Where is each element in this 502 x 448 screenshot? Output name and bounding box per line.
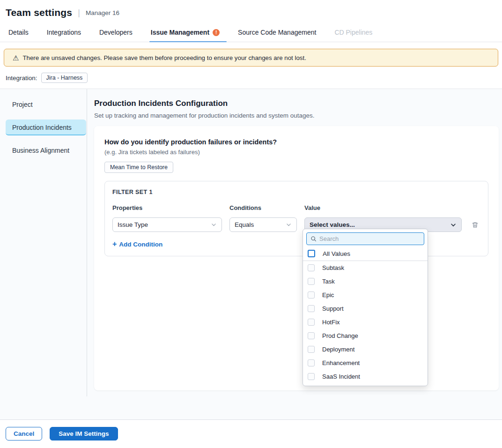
dropdown-option[interactable]: Support bbox=[303, 302, 428, 315]
condition-select[interactable]: Equals bbox=[229, 217, 297, 232]
filter-column-headers: Properties Conditions Value bbox=[112, 195, 480, 217]
sidebar-item-project[interactable]: Project bbox=[6, 97, 86, 112]
tab-source-code-management[interactable]: Source Code Management bbox=[237, 23, 317, 42]
tab-cd-pipelines: CD Pipelines bbox=[334, 23, 373, 42]
option-label: Epic bbox=[322, 291, 334, 299]
dropdown-search-input[interactable] bbox=[319, 235, 420, 242]
trash-icon bbox=[472, 221, 479, 229]
dropdown-option[interactable]: Task bbox=[303, 275, 428, 288]
option-label: Subtask bbox=[322, 264, 344, 271]
condition-select-value: Equals bbox=[235, 221, 254, 228]
tab-label: Issue Management bbox=[151, 29, 209, 36]
filter-set-title: FILTER SET 1 bbox=[112, 189, 480, 195]
tab-label: Source Code Management bbox=[238, 29, 316, 36]
sidebar-item-production-incidents[interactable]: Production Incidents bbox=[6, 119, 86, 135]
sidebar-item-business-alignment[interactable]: Business Alignment bbox=[6, 142, 86, 158]
filter-set-1: FILTER SET 1 Properties Conditions Value… bbox=[104, 181, 488, 256]
dropdown-option[interactable]: Epic bbox=[303, 288, 428, 302]
value-column-label: Value bbox=[304, 204, 462, 211]
footer-action-bar: Cancel Save IM Settings bbox=[0, 420, 502, 447]
team-name-label: Manager 16 bbox=[86, 9, 119, 16]
add-condition-button[interactable]: + Add Condition bbox=[112, 240, 162, 248]
dropdown-option[interactable]: Enhancement bbox=[303, 356, 428, 370]
warning-text: There are unsaved changes. Please save t… bbox=[22, 54, 306, 61]
tab-issue-management[interactable]: Issue Management ! bbox=[150, 23, 220, 42]
option-label: Prod Change bbox=[322, 332, 358, 339]
integration-label: Integration: bbox=[6, 75, 37, 82]
tab-integrations[interactable]: Integrations bbox=[46, 23, 81, 42]
property-select-value: Issue Type bbox=[118, 221, 148, 228]
delete-filter-button[interactable] bbox=[469, 219, 480, 231]
checkbox[interactable] bbox=[308, 332, 315, 339]
add-condition-label: Add Condition bbox=[119, 241, 162, 248]
checkbox[interactable] bbox=[308, 319, 315, 326]
metric-chip[interactable]: Mean Time to Restore bbox=[104, 162, 173, 173]
page-title: Team settings bbox=[6, 7, 72, 18]
dropdown-search-box[interactable] bbox=[306, 232, 424, 245]
save-im-settings-button[interactable]: Save IM Settings bbox=[50, 427, 118, 441]
chevron-down-icon bbox=[450, 222, 457, 228]
tab-label: Integrations bbox=[47, 29, 81, 36]
dropdown-option[interactable]: Prod Change bbox=[303, 329, 428, 343]
plus-icon: + bbox=[112, 240, 117, 248]
warning-triangle-icon: ⚠︎ bbox=[13, 54, 19, 61]
main-panel: Production Incidents Configuration Set u… bbox=[87, 89, 502, 419]
chevron-down-icon bbox=[211, 222, 217, 228]
dropdown-option[interactable]: SaaS Incident bbox=[303, 370, 428, 383]
tab-label: Details bbox=[8, 29, 29, 36]
checkbox[interactable] bbox=[308, 359, 315, 366]
option-label: Task bbox=[322, 278, 335, 285]
conditions-column-label: Conditions bbox=[229, 204, 297, 211]
checkbox[interactable] bbox=[308, 346, 315, 353]
dropdown-option[interactable]: HotFix bbox=[303, 315, 428, 329]
cancel-button[interactable]: Cancel bbox=[6, 427, 42, 441]
checkbox[interactable] bbox=[308, 264, 315, 271]
checkbox[interactable] bbox=[308, 278, 315, 285]
settings-sidebar: Project Production Incidents Business Al… bbox=[0, 89, 87, 396]
checkbox-all-values[interactable] bbox=[308, 250, 315, 257]
section-subtitle: Set up tracking and management for produ… bbox=[94, 112, 499, 119]
section-title: Production Incidents Configuration bbox=[94, 99, 499, 108]
tab-details[interactable]: Details bbox=[8, 23, 29, 42]
chevron-down-icon bbox=[286, 222, 292, 228]
properties-column-label: Properties bbox=[112, 204, 222, 211]
integration-chip[interactable]: Jira - Harness bbox=[41, 73, 88, 83]
dropdown-option[interactable]: Subtask bbox=[303, 261, 428, 275]
option-label: SaaS Incident bbox=[322, 373, 360, 380]
tab-label: Developers bbox=[99, 29, 133, 36]
tab-bar: Details Integrations Developers Issue Ma… bbox=[0, 23, 502, 42]
value-select-placeholder: Select values... bbox=[310, 221, 355, 228]
checkbox[interactable] bbox=[308, 291, 315, 299]
page-header: Team settings | Manager 16 bbox=[0, 0, 502, 23]
unsaved-changes-banner: ⚠︎ There are unsaved changes. Please sav… bbox=[4, 49, 498, 67]
checkbox[interactable] bbox=[308, 373, 315, 380]
title-divider: | bbox=[78, 8, 80, 18]
question-heading: How do you identify production failures … bbox=[104, 138, 488, 146]
all-values-label: All Values bbox=[323, 250, 350, 257]
question-hint: (e.g. Jira tickets labeled as failures) bbox=[104, 149, 488, 156]
configuration-card: How do you identify production failures … bbox=[94, 126, 499, 390]
property-select[interactable]: Issue Type bbox=[112, 217, 222, 232]
checkbox[interactable] bbox=[308, 305, 315, 312]
tab-developers[interactable]: Developers bbox=[99, 23, 133, 42]
dropdown-option[interactable]: Deployment bbox=[303, 343, 428, 356]
select-all-option[interactable]: All Values bbox=[303, 246, 428, 261]
dropdown-option[interactable]: Customer Notification bbox=[303, 383, 428, 386]
option-label: Support bbox=[322, 305, 344, 312]
value-dropdown-panel: All Values Subtask Task Epic Support Hot… bbox=[303, 229, 428, 386]
warning-badge-icon: ! bbox=[213, 29, 220, 36]
option-label: Deployment bbox=[322, 346, 354, 353]
option-label: Enhancement bbox=[322, 359, 360, 366]
tab-label: CD Pipelines bbox=[334, 29, 372, 36]
top-section: ⚠︎ There are unsaved changes. Please sav… bbox=[0, 49, 502, 89]
integration-row: Integration: Jira - Harness bbox=[6, 73, 502, 83]
option-label: HotFix bbox=[322, 319, 340, 326]
search-icon bbox=[310, 236, 317, 242]
